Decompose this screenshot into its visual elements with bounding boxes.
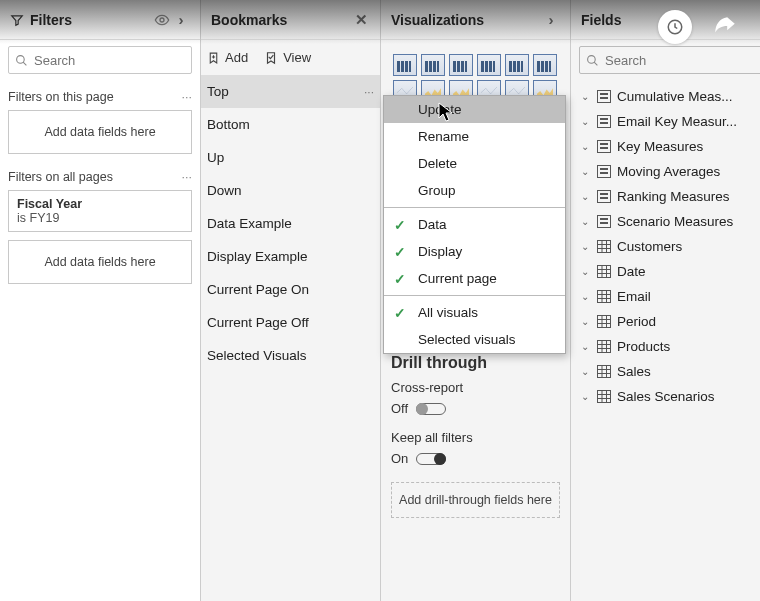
check-icon: ✓ xyxy=(394,244,406,260)
field-item[interactable]: ⌄Sales Scenarios xyxy=(579,384,760,409)
cross-report-state: Off xyxy=(391,401,408,416)
bookmark-item-label: Bottom xyxy=(207,117,250,132)
field-item[interactable]: ⌄Email Key Measur... xyxy=(579,109,760,134)
bookmark-context-menu: UpdateRenameDeleteGroup✓Data✓Display✓Cur… xyxy=(383,95,566,354)
field-item-label: Scenario Measures xyxy=(617,214,760,229)
field-item-label: Ranking Measures xyxy=(617,189,760,204)
chevron-down-icon: ⌄ xyxy=(581,241,591,252)
filters-all-dropzone[interactable]: Add data fields here xyxy=(8,240,192,284)
field-item[interactable]: ⌄Ranking Measures xyxy=(579,184,760,209)
context-menu-item[interactable]: Update xyxy=(384,96,565,123)
check-icon: ✓ xyxy=(394,217,406,233)
drillthrough-dropzone[interactable]: Add drill-through fields here xyxy=(391,482,560,518)
filters-page-dropzone[interactable]: Add data fields here xyxy=(8,110,192,154)
measure-icon xyxy=(597,165,611,178)
fields-search-input[interactable] xyxy=(605,53,760,68)
bookmark-item[interactable]: Display Example xyxy=(201,240,380,273)
field-item[interactable]: ⌄Cumulative Meas... xyxy=(579,84,760,109)
filters-all-more-icon[interactable]: ··· xyxy=(182,170,192,184)
bookmark-item[interactable]: Current Page Off xyxy=(201,306,380,339)
chevron-down-icon: ⌄ xyxy=(581,316,591,327)
bookmark-item-label: Current Page On xyxy=(207,282,309,297)
bookmark-item-label: Up xyxy=(207,150,224,165)
filters-title: Filters xyxy=(30,12,154,28)
bookmark-item[interactable]: Down xyxy=(201,174,380,207)
share-button[interactable] xyxy=(708,10,742,44)
bookmark-item[interactable]: Bottom xyxy=(201,108,380,141)
close-icon[interactable]: ✕ xyxy=(352,11,370,29)
chevron-down-icon: ⌄ xyxy=(581,91,591,102)
bookmark-item-label: Data Example xyxy=(207,216,292,231)
expand-icon[interactable]: › xyxy=(172,11,190,28)
field-item[interactable]: ⌄Sales xyxy=(579,359,760,384)
chevron-down-icon: ⌄ xyxy=(581,166,591,177)
context-menu-item[interactable]: ✓Current page xyxy=(384,265,565,292)
viz-clustered-bar-icon[interactable] xyxy=(449,54,473,76)
add-bookmark-button[interactable]: Add xyxy=(207,50,248,65)
context-menu-item[interactable]: ✓Data xyxy=(384,211,565,238)
field-item[interactable]: ⌄Period xyxy=(579,309,760,334)
context-menu-item[interactable]: Selected visuals xyxy=(384,326,565,353)
context-menu-label: Delete xyxy=(418,156,457,171)
visibility-icon[interactable] xyxy=(154,12,172,28)
bookmark-item[interactable]: Selected Visuals xyxy=(201,339,380,372)
fields-search[interactable] xyxy=(579,46,760,74)
context-menu-label: Selected visuals xyxy=(418,332,516,347)
table-icon xyxy=(597,315,611,328)
viz-100-stacked-bar-icon[interactable] xyxy=(505,54,529,76)
bookmark-item[interactable]: Up xyxy=(201,141,380,174)
keep-filters-toggle[interactable]: On xyxy=(391,451,446,466)
filters-pane: Filters › Filters on this page ··· Add d… xyxy=(0,0,200,601)
field-item[interactable]: ⌄Products xyxy=(579,334,760,359)
svg-rect-9 xyxy=(598,366,611,378)
bookmark-item-label: Display Example xyxy=(207,249,308,264)
field-item-label: Sales Scenarios xyxy=(617,389,760,404)
expand-icon[interactable]: › xyxy=(542,11,560,28)
context-menu-item[interactable]: ✓Display xyxy=(384,238,565,265)
filter-card-name: Fiscal Year xyxy=(17,197,183,211)
field-item[interactable]: ⌄Email xyxy=(579,284,760,309)
bookmark-more-icon[interactable]: ··· xyxy=(364,85,374,99)
field-item-label: Period xyxy=(617,314,760,329)
svg-rect-5 xyxy=(598,266,611,278)
context-menu-item[interactable]: Rename xyxy=(384,123,565,150)
context-menu-item[interactable]: ✓All visuals xyxy=(384,299,565,326)
bookmarks-title: Bookmarks xyxy=(211,12,352,28)
filters-page-more-icon[interactable]: ··· xyxy=(182,90,192,104)
chevron-down-icon: ⌄ xyxy=(581,341,591,352)
filters-search[interactable] xyxy=(8,46,192,74)
viz-clustered-column-icon[interactable] xyxy=(477,54,501,76)
bookmark-item[interactable]: Data Example xyxy=(201,207,380,240)
filter-card-value: is FY19 xyxy=(17,211,183,225)
bookmark-item[interactable]: Current Page On xyxy=(201,273,380,306)
viz-stacked-column-icon[interactable] xyxy=(421,54,445,76)
table-icon xyxy=(597,290,611,303)
field-item[interactable]: ⌄Key Measures xyxy=(579,134,760,159)
field-item[interactable]: ⌄Date xyxy=(579,259,760,284)
svg-rect-7 xyxy=(598,316,611,328)
cross-report-toggle[interactable]: Off xyxy=(391,401,446,416)
context-menu-label: All visuals xyxy=(418,305,478,320)
filter-card[interactable]: Fiscal Year is FY19 xyxy=(8,190,192,232)
filters-search-input[interactable] xyxy=(34,53,200,68)
field-item[interactable]: ⌄Customers xyxy=(579,234,760,259)
filters-all-label: Filters on all pages xyxy=(8,170,113,184)
field-item[interactable]: ⌄Scenario Measures xyxy=(579,209,760,234)
field-item-label: Customers xyxy=(617,239,760,254)
bookmark-item[interactable]: Top··· xyxy=(201,75,380,108)
chevron-down-icon: ⌄ xyxy=(581,141,591,152)
viz-stacked-bar-icon[interactable] xyxy=(393,54,417,76)
viz-100-stacked-column-icon[interactable] xyxy=(533,54,557,76)
svg-rect-6 xyxy=(598,291,611,303)
bookmark-item-label: Current Page Off xyxy=(207,315,309,330)
view-bookmark-button[interactable]: View xyxy=(264,50,311,65)
chevron-down-icon: ⌄ xyxy=(581,266,591,277)
field-item[interactable]: ⌄Moving Averages xyxy=(579,159,760,184)
svg-point-2 xyxy=(17,55,25,63)
context-menu-item[interactable]: Group xyxy=(384,177,565,204)
history-button[interactable] xyxy=(658,10,692,44)
context-menu-label: Group xyxy=(418,183,456,198)
svg-point-1 xyxy=(160,18,164,22)
table-icon xyxy=(597,390,611,403)
context-menu-item[interactable]: Delete xyxy=(384,150,565,177)
